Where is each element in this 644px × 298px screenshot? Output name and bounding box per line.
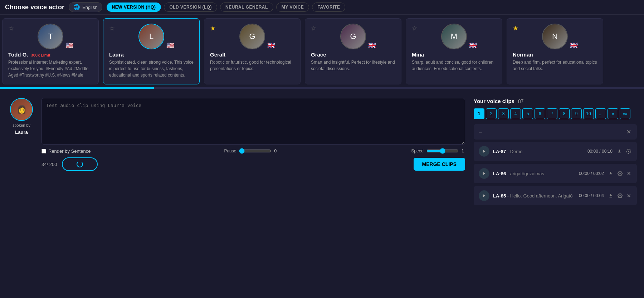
page-btn-10[interactable]: ... <box>595 108 606 119</box>
star-icon-mina[interactable]: ☆ <box>412 24 418 32</box>
voice-card-grace[interactable]: ☆ G 🇬🇧 Grace Smart and insightful. Perfe… <box>305 18 401 84</box>
clip-time-0: 00:00 / 00:10 <box>587 149 613 154</box>
voice-desc-mina: Sharp, adult and concise, good for child… <box>412 59 496 72</box>
page-btn-8[interactable]: 9 <box>571 108 582 119</box>
page-btn-12[interactable]: »» <box>620 108 630 119</box>
pause-slider[interactable] <box>239 148 271 154</box>
clip-item-0: LA-87 - Demo 00:00 / 00:10 <box>474 142 637 161</box>
pause-value: 0 <box>274 148 278 153</box>
page-btn-0[interactable]: 1 <box>474 108 484 119</box>
voice-text-input[interactable] <box>42 98 465 145</box>
voice-avatar-wrap: ☆ M 🇬🇧 <box>412 24 496 49</box>
svg-marker-4 <box>483 194 486 197</box>
filter-btn-1[interactable]: OLD VERSION (LQ) <box>164 3 217 12</box>
render-sentence-wrap: Render by Sentence <box>42 148 91 154</box>
voice-desc-grace: Smart and insightful. Perfect for lifest… <box>311 59 395 72</box>
merge-clips-button[interactable]: MERGE CLIPS <box>414 158 465 171</box>
page-btn-4[interactable]: 5 <box>522 108 533 119</box>
clip-settings-1[interactable] <box>617 170 623 177</box>
flag-todd: 🇺🇸 <box>65 41 73 49</box>
star-icon-laura[interactable]: ☆ <box>109 24 115 32</box>
render-sentence-checkbox[interactable] <box>42 149 46 153</box>
voice-avatar-grace: G <box>340 24 366 49</box>
voice-desc-laura: Sophisticated, clear, strong voice. This… <box>109 59 194 78</box>
filter-btn-2[interactable]: NEURAL GENERAL <box>220 3 273 12</box>
render-sentence-label[interactable]: Render by Sentence <box>48 148 91 154</box>
speed-slider[interactable] <box>426 148 459 154</box>
clip-collapsed-close[interactable]: ✕ <box>626 128 632 136</box>
clip-delete-2[interactable]: ✕ <box>626 192 632 199</box>
page-btn-2[interactable]: 3 <box>498 108 509 119</box>
voice-card-norman[interactable]: ★ N 🇬🇧 Norman Deep and firm, perfect for… <box>507 18 603 84</box>
progress-bar <box>0 87 154 89</box>
clip-settings-0[interactable] <box>625 148 632 155</box>
flag-norman: 🇬🇧 <box>570 41 578 49</box>
speed-value: 1 <box>462 148 465 153</box>
pause-group: Pause 0 <box>224 148 278 154</box>
editor-controls: Render by Sentence Pause 0 Speed 1 <box>42 148 465 154</box>
voice-avatar-wrap: ☆ G 🇬🇧 <box>311 24 395 49</box>
voice-card-geralt[interactable]: ★ G 🇬🇧 Geralt Robotic or futuristic, goo… <box>204 18 301 84</box>
header: Choose voice actor 🌐 English NEW VERSION… <box>0 0 644 15</box>
page-btn-11[interactable]: » <box>608 108 618 119</box>
svg-point-5 <box>619 195 621 196</box>
filter-btn-4[interactable]: FAVORITE <box>312 3 345 12</box>
spoken-by-label: spoken by <box>13 123 30 127</box>
filter-btn-0[interactable]: NEW VERSION (HQ) <box>107 3 161 12</box>
star-icon-todd[interactable]: ☆ <box>8 24 14 32</box>
language-label: English <box>82 5 98 10</box>
star-icon-norman[interactable]: ★ <box>513 24 518 32</box>
page-btn-9[interactable]: 10 <box>583 108 594 119</box>
voice-card-laura[interactable]: ☆ L 🇺🇸 Laura Sophisticated, clear, stron… <box>103 18 200 84</box>
language-button[interactable]: 🌐 English <box>69 2 102 12</box>
page-btn-1[interactable]: 2 <box>486 108 497 119</box>
voice-card-todd[interactable]: ☆ T 🇺🇸 Todd G.300k Limit Professional In… <box>2 18 99 84</box>
filter-btn-3[interactable]: MY VOICE <box>276 3 309 12</box>
clip-download-2[interactable] <box>608 192 614 199</box>
clip-info-1: LA-86 - arigatōgozaimas <box>493 171 572 176</box>
voice-name-norman: Norman <box>513 52 597 58</box>
voice-limit-todd: 300k Limit <box>31 53 50 57</box>
clip-play-0[interactable] <box>479 146 489 157</box>
star-icon-geralt[interactable]: ★ <box>210 24 216 32</box>
voice-desc-norman: Deep and firm, perfect for educational t… <box>513 59 597 72</box>
voice-desc-todd: Professional Internet Marketing expert, … <box>8 59 93 78</box>
clip-settings-2[interactable] <box>617 192 623 199</box>
page-btn-6[interactable]: 7 <box>547 108 557 119</box>
pause-label: Pause <box>224 148 236 153</box>
clip-collapsed-dash: – <box>479 129 482 135</box>
generate-button[interactable] <box>62 157 98 171</box>
clip-collapsed-item: – ✕ <box>474 124 637 140</box>
clip-info-2: LA-85 - Hello. Good afternoon. Arigatōgo… <box>493 193 572 199</box>
voice-avatar-laura: L <box>138 24 164 49</box>
right-panel: Your voice clips 87 12345678910...»»» – … <box>465 98 637 208</box>
clip-item-1: LA-86 - arigatōgozaimas 00:00 / 00:02 ✕ <box>474 164 637 183</box>
clip-time-1: 00:00 / 00:02 <box>579 171 604 176</box>
flag-grace: 🇬🇧 <box>368 41 376 49</box>
clip-name-1: LA-86 - arigatōgozaimas <box>493 171 544 176</box>
voice-avatar-wrap: ★ N 🇬🇧 <box>513 24 597 49</box>
voice-avatar-mina: M <box>441 24 467 49</box>
clips-count: 87 <box>518 98 524 104</box>
speaker-name: Laura <box>15 130 28 135</box>
page-btn-7[interactable]: 8 <box>559 108 570 119</box>
clip-download-0[interactable] <box>616 148 623 155</box>
speed-label: Speed <box>411 148 424 153</box>
page-btn-5[interactable]: 6 <box>535 108 545 119</box>
voice-card-mina[interactable]: ☆ M 🇬🇧 Mina Sharp, adult and concise, go… <box>406 18 502 84</box>
page-btn-3[interactable]: 4 <box>510 108 521 119</box>
clip-play-2[interactable] <box>479 190 489 201</box>
clip-download-1[interactable] <box>608 170 614 177</box>
speaker-info: 👩 spoken by Laura <box>7 98 36 135</box>
progress-bar-wrap <box>0 87 644 89</box>
bottom-controls: 34/ 200 MERGE CLIPS <box>42 157 465 171</box>
svg-point-1 <box>628 151 629 152</box>
loading-spinner <box>77 161 83 167</box>
clip-actions-2: ✕ <box>608 192 632 199</box>
star-icon-grace[interactable]: ☆ <box>311 24 317 32</box>
speaker-avatar: 👩 <box>10 98 33 121</box>
clip-info-0: LA-87 - Demo <box>493 149 581 154</box>
clip-play-1[interactable] <box>479 168 489 179</box>
clip-name-0: LA-87 - Demo <box>493 149 522 154</box>
clip-delete-1[interactable]: ✕ <box>626 170 632 177</box>
